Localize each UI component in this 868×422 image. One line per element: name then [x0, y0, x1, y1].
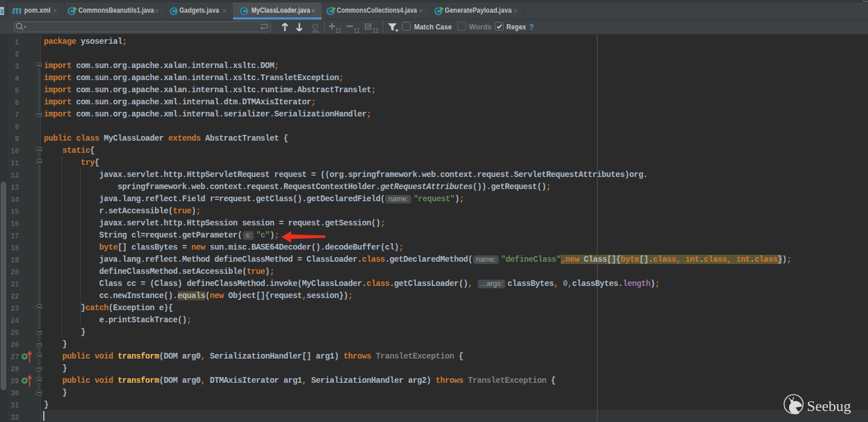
- svg-text:Seebug: Seebug: [807, 398, 851, 415]
